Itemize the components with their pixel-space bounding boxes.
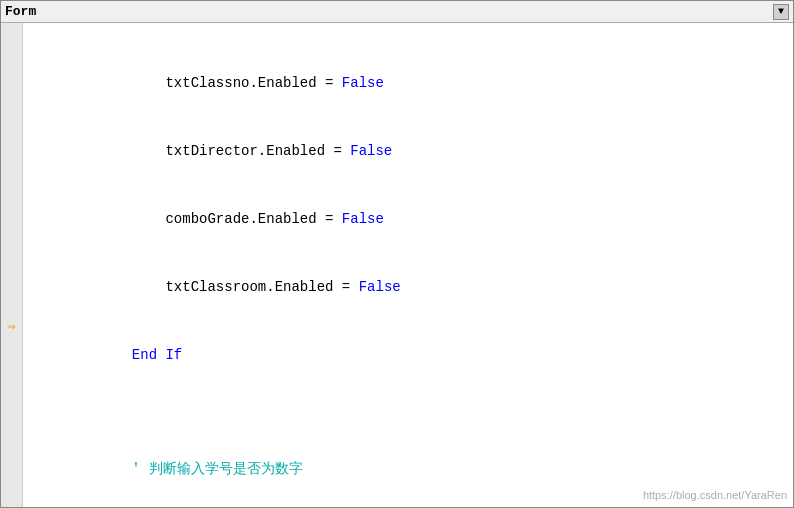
gutter-cell-8 bbox=[1, 209, 22, 235]
code-line-2: txtClassno.Enabled = False bbox=[31, 50, 785, 118]
gutter-cell-9 bbox=[1, 235, 22, 261]
code-line-3: txtDirector.Enabled = False bbox=[31, 118, 785, 186]
code-line-4: comboGrade.Enabled = False bbox=[31, 186, 785, 254]
code-line-7 bbox=[31, 390, 785, 413]
gutter-cell-15 bbox=[1, 391, 22, 417]
gutter-arrow: ⇒ bbox=[1, 313, 22, 339]
code-line-10: If Not IsNumeric(Trim(txtClassno.Text)) … bbox=[31, 503, 785, 507]
gutter-cell-2 bbox=[1, 53, 22, 79]
gutter-cell-5 bbox=[1, 131, 22, 157]
gutter-cell-13 bbox=[1, 339, 22, 365]
main-window: Form ▼ ⇒ bbox=[0, 0, 794, 508]
gutter-cell-14 bbox=[1, 365, 22, 391]
dropdown-button[interactable]: ▼ bbox=[773, 4, 789, 20]
title-bar: Form ▼ bbox=[1, 1, 793, 23]
code-line-1 bbox=[31, 27, 785, 50]
code-content: txtClassno.Enabled = False txtDirector.E… bbox=[23, 23, 793, 507]
code-line-8 bbox=[31, 412, 785, 435]
gutter-cell-10 bbox=[1, 261, 22, 287]
gutter-cell-11 bbox=[1, 287, 22, 313]
gutter-cell-6 bbox=[1, 157, 22, 183]
watermark: https://blog.csdn.net/YaraRen bbox=[643, 489, 787, 501]
gutter-cell-1 bbox=[1, 27, 22, 53]
title-bar-label: Form bbox=[5, 4, 36, 19]
code-line-6: End If bbox=[31, 322, 785, 390]
gutter-rows: ⇒ bbox=[1, 23, 22, 417]
code-line-5: txtClassroom.Enabled = False bbox=[31, 254, 785, 322]
gutter-cell-3 bbox=[1, 79, 22, 105]
code-area: ⇒ txtClassno.Enabled = False txtDirector… bbox=[1, 23, 793, 507]
gutter: ⇒ bbox=[1, 23, 23, 507]
gutter-cell-4 bbox=[1, 105, 22, 131]
gutter-cell-7 bbox=[1, 183, 22, 209]
